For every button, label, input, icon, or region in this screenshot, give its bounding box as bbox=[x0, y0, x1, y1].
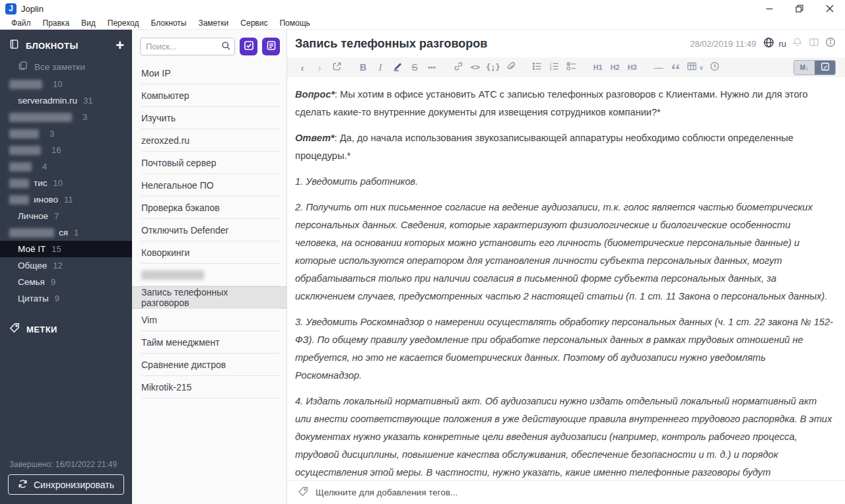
menu-item-1[interactable]: Файл bbox=[5, 18, 37, 28]
notebook-label: тис bbox=[34, 178, 47, 188]
menu-item-5[interactable]: Блокноты bbox=[145, 18, 192, 28]
note-list-item[interactable]: Компьютер bbox=[132, 84, 287, 107]
notebook-item[interactable]: Семья9 bbox=[0, 274, 132, 290]
synchronize-button[interactable]: Синхронизировать bbox=[8, 474, 124, 495]
note-title-label: Mikrotik-215 bbox=[141, 382, 191, 393]
new-note-button[interactable] bbox=[262, 38, 280, 55]
paragraph-text: : Да, до начала использования звукозапис… bbox=[295, 133, 794, 161]
highlight-button[interactable] bbox=[389, 59, 406, 75]
inline-code-button[interactable]: <> bbox=[467, 59, 484, 75]
external-edit-button[interactable] bbox=[328, 59, 345, 75]
notebook-item[interactable]: иново11 bbox=[0, 191, 132, 208]
table-button[interactable]: ∨ bbox=[685, 59, 706, 75]
horizontal-rule-button[interactable]: — bbox=[650, 59, 667, 75]
editor-toolbar: ‹›BIS•••<>{;}123H1H2H3—∨M↓ bbox=[287, 57, 845, 77]
richtext-mode-button[interactable] bbox=[815, 61, 835, 75]
back-button[interactable]: ‹ bbox=[294, 59, 311, 75]
chevron-down-icon: ∨ bbox=[699, 64, 704, 71]
notebook-label: Цитаты bbox=[18, 294, 49, 303]
notebook-item[interactable]: Цитаты9 bbox=[0, 290, 132, 307]
notebook-item[interactable]: ся1 bbox=[0, 224, 132, 241]
heading-3-button[interactable]: H3 bbox=[624, 59, 641, 75]
notebook-item[interactable]: 16 bbox=[0, 142, 132, 158]
note-list-item[interactable]: Нелегальное ПО bbox=[132, 174, 287, 197]
checkbox-list-button[interactable] bbox=[563, 59, 580, 75]
more-options-glyph: ••• bbox=[428, 63, 436, 71]
notebook-count: 16 bbox=[51, 145, 61, 155]
notebook-item[interactable]: 3 bbox=[0, 109, 132, 125]
globe-icon[interactable] bbox=[763, 37, 774, 51]
add-notebook-button[interactable]: + bbox=[116, 40, 124, 51]
spellcheck-locale[interactable]: ru bbox=[778, 39, 786, 49]
notebook-item[interactable]: тис10 bbox=[0, 175, 132, 191]
heading-2-button[interactable]: H2 bbox=[607, 59, 624, 75]
sidebar: БЛОКНОТЫ + Все заметки 10serveradmin.ru3… bbox=[0, 30, 132, 504]
close-button[interactable] bbox=[815, 0, 845, 17]
note-list-item[interactable]: zeroxzed.ru bbox=[132, 129, 287, 152]
redacted-note-title bbox=[141, 270, 204, 280]
notebook-item[interactable]: 3 bbox=[0, 125, 132, 142]
notebook-item[interactable]: serveradmin.ru31 bbox=[0, 92, 132, 109]
restore-button[interactable] bbox=[784, 0, 815, 17]
layout-toggle-icon[interactable] bbox=[809, 37, 819, 50]
menu-item-6[interactable]: Заметки bbox=[192, 18, 234, 28]
menu-item-7[interactable]: Сервис bbox=[234, 18, 273, 28]
note-document-icon bbox=[266, 40, 277, 53]
notebook-label: Личное bbox=[18, 211, 48, 221]
code-block-button[interactable]: {;} bbox=[484, 59, 502, 75]
note-list-item[interactable]: Запись телефонных разговоров bbox=[132, 286, 287, 309]
hyperlink-button[interactable] bbox=[450, 59, 467, 75]
note-list-item[interactable]: Изучить bbox=[132, 107, 287, 129]
note-title-label: Компьютер bbox=[141, 90, 189, 101]
markdown-mode-button[interactable]: M↓ bbox=[794, 61, 815, 75]
new-todo-button[interactable] bbox=[240, 38, 257, 55]
note-body[interactable]: Вопрос*: Мы хотим в офисе установить АТС… bbox=[287, 77, 845, 504]
note-list-item[interactable]: Тайм менеджмент bbox=[132, 331, 287, 354]
menu-item-8[interactable]: Помощь bbox=[273, 18, 316, 28]
note-list-item[interactable]: Отключить Defender bbox=[132, 219, 287, 241]
note-list-item[interactable]: Мои IP bbox=[132, 62, 287, 84]
all-notes-icon bbox=[18, 61, 28, 73]
notebook-item[interactable]: 10 bbox=[0, 76, 132, 92]
more-options-button[interactable]: ••• bbox=[423, 59, 440, 75]
numbered-list-icon: 123 bbox=[549, 61, 559, 73]
block-quote-button[interactable] bbox=[667, 59, 685, 75]
note-list-item[interactable]: Почтовый сервер bbox=[132, 152, 287, 174]
minimize-button[interactable] bbox=[754, 0, 784, 17]
notebook-count: 3 bbox=[50, 129, 54, 139]
note-list-item[interactable]: Сравнение дистров bbox=[132, 354, 287, 376]
numbered-list-button[interactable]: 123 bbox=[546, 59, 563, 75]
note-list: Мои IPКомпьютерИзучитьzeroxzed.ruПочтовы… bbox=[132, 62, 287, 504]
note-list-item[interactable] bbox=[132, 264, 287, 286]
notebook-item[interactable]: Личное7 bbox=[0, 208, 132, 224]
heading-2-glyph: H2 bbox=[611, 63, 620, 71]
note-title-label: Коворкинги bbox=[141, 247, 189, 258]
bold-button[interactable]: B bbox=[355, 59, 372, 75]
insert-time-button[interactable] bbox=[706, 59, 723, 75]
note-list-item[interactable]: Проверка бэкапов bbox=[132, 197, 287, 219]
heading-1-button[interactable]: H1 bbox=[590, 59, 607, 75]
notebook-item[interactable]: 4 bbox=[0, 158, 132, 175]
alarm-bell-icon[interactable] bbox=[792, 37, 803, 50]
note-title-label: Запись телефонных разговоров bbox=[141, 287, 277, 308]
menu-item-2[interactable]: Правка bbox=[37, 18, 76, 28]
bulleted-list-button[interactable] bbox=[529, 59, 546, 75]
joplin-window: J Joplin ФайлПравкаВидПереходБлокнотыЗам… bbox=[0, 0, 845, 504]
notebook-item[interactable]: Общее12 bbox=[0, 257, 132, 274]
note-title[interactable]: Запись телефонных разговоров bbox=[295, 37, 487, 51]
note-list-item[interactable]: Mikrotik-215 bbox=[132, 376, 287, 398]
note-list-item[interactable]: Vim bbox=[132, 309, 287, 331]
note-list-item[interactable]: Коворкинги bbox=[132, 241, 287, 264]
attach-file-button[interactable] bbox=[502, 59, 520, 75]
note-title-label: Vim bbox=[141, 315, 157, 325]
tag-bar[interactable]: Щелкните для добавления тегов... bbox=[287, 480, 845, 504]
note-properties-icon[interactable] bbox=[825, 37, 836, 50]
redacted-notebook-name bbox=[9, 113, 72, 122]
sidebar-item-all-notes[interactable]: Все заметки bbox=[0, 57, 132, 76]
menu-item-4[interactable]: Переход bbox=[102, 18, 145, 28]
strikethrough-button[interactable]: S bbox=[406, 59, 423, 75]
italic-button[interactable]: I bbox=[372, 59, 389, 75]
menu-item-3[interactable]: Вид bbox=[75, 18, 102, 28]
attach-file-icon bbox=[506, 61, 516, 73]
notebook-item[interactable]: Моё IT15 bbox=[0, 241, 132, 257]
